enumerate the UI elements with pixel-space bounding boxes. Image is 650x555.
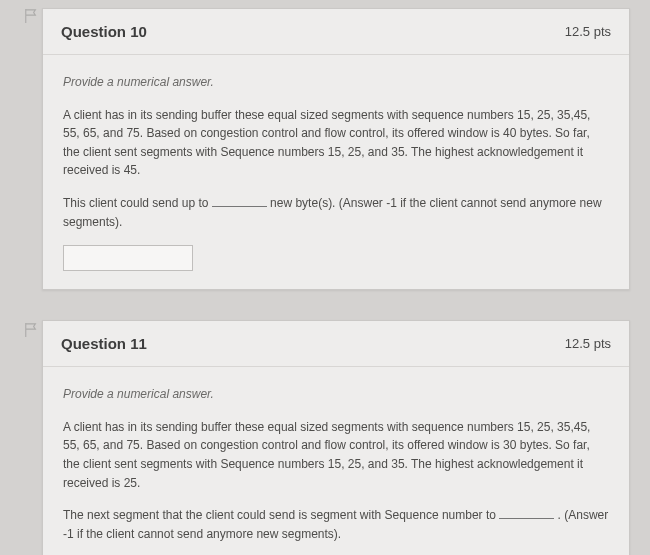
para2-prefix: The next segment that the client could s… — [63, 508, 499, 522]
question-card-10: Question 10 12.5 pts Provide a numerical… — [42, 8, 630, 290]
question-points: 12.5 pts — [565, 24, 611, 39]
question-points: 12.5 pts — [565, 336, 611, 351]
question-paragraph-1: A client has in its sending buffer these… — [63, 418, 609, 492]
fill-blank — [212, 206, 267, 207]
question-instruction: Provide a numerical answer. — [63, 73, 609, 92]
question-instruction: Provide a numerical answer. — [63, 385, 609, 404]
question-title: Question 11 — [61, 335, 147, 352]
flag-icon[interactable] — [24, 322, 38, 338]
question-paragraph-1: A client has in its sending buffer these… — [63, 106, 609, 180]
question-paragraph-2: This client could send up to new byte(s)… — [63, 194, 609, 231]
question-body: Provide a numerical answer. A client has… — [43, 55, 629, 289]
question-card-11: Question 11 12.5 pts Provide a numerical… — [42, 320, 630, 555]
question-paragraph-2: The next segment that the client could s… — [63, 506, 609, 543]
question-body: Provide a numerical answer. A client has… — [43, 367, 629, 555]
flag-icon[interactable] — [24, 8, 38, 24]
fill-blank — [499, 518, 554, 519]
question-header: Question 10 12.5 pts — [43, 9, 629, 55]
para2-prefix: This client could send up to — [63, 196, 212, 210]
question-title: Question 10 — [61, 23, 147, 40]
question-header: Question 11 12.5 pts — [43, 321, 629, 367]
answer-input[interactable] — [63, 245, 193, 271]
